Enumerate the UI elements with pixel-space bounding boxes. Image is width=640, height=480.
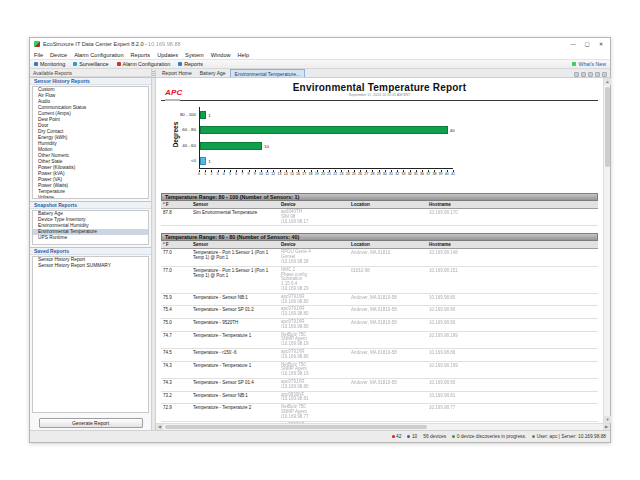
sidebar-item-sensor-history-report-summary[interactable]: Sensor History Report SUMMARY <box>33 263 148 269</box>
device-line: /10.169.98.28 <box>281 260 347 265</box>
menu-item-device[interactable]: Device <box>50 52 67 58</box>
tab-environmental-temperature[interactable]: Environmental Temperature... <box>230 69 306 77</box>
device-line: /10.169.98.77 <box>281 415 347 420</box>
cell-degrees: 74.7 <box>161 332 191 348</box>
maximize-button[interactable]: ▢ <box>580 39 594 49</box>
scroll-down-icon[interactable]: ▼ <box>604 416 611 423</box>
chart-bar-row <box>200 111 206 119</box>
chart-tick-label: 4 <box>223 172 225 176</box>
device-line: /10.169.98.80 <box>281 325 347 330</box>
column-header-hostname[interactable]: Hostname <box>427 201 598 208</box>
reports-sidebar: Available Reports Sensor History Reports… <box>30 69 152 430</box>
status-text: 0 device discoveries in progress. <box>457 434 527 439</box>
tab-battery-age[interactable]: Battery Age <box>196 69 230 77</box>
cell-device: NMC 2Phase configSubstation1.15.6.4/10.1… <box>279 267 349 293</box>
refresh-icon[interactable] <box>574 72 579 77</box>
column-header-f[interactable]: ° F <box>161 201 191 208</box>
cell-sensor: Temperature - Temperature 1 <box>191 332 279 348</box>
cell-location <box>349 362 427 378</box>
settings-icon[interactable] <box>602 72 607 77</box>
section-header-saved-reports[interactable]: Saved Reports <box>30 247 151 255</box>
device-line: /10.169.98.80 <box>281 312 347 317</box>
close-button[interactable]: ✕ <box>594 39 608 49</box>
menu-item-updates[interactable]: Updates <box>157 52 178 58</box>
scroll-right-icon[interactable]: ▶ <box>603 424 610 430</box>
column-header-f[interactable]: ° F <box>161 241 191 248</box>
chart-value-label: 1 <box>208 113 210 118</box>
horizontal-scrollbar[interactable]: ◀ ▶ <box>156 423 610 430</box>
toolbar-item-monitoring[interactable]: Monitoring <box>34 61 65 67</box>
vertical-scrollbar[interactable]: ▲ ▼ <box>603 78 610 423</box>
section-list-snapshot-reports: Battery AgeDevice Type InventoryEnvironm… <box>32 210 149 245</box>
chart-tick-label: 12 <box>271 172 275 176</box>
apc-logo-text: APC <box>165 88 183 97</box>
menu-item-window[interactable]: Window <box>211 52 231 58</box>
section-header-snapshot-reports[interactable]: Snapshot Reports <box>30 201 151 209</box>
menu-item-system[interactable]: System <box>185 52 204 58</box>
chart-tick-label: 2 <box>210 172 212 176</box>
cell-location: Andover, MA 01810-58 <box>349 306 427 318</box>
report-header: APC Environmental Temperature Report Sep… <box>161 80 598 101</box>
section-header-sensor-history-reports[interactable]: Sensor History Reports <box>30 77 151 85</box>
chart-tick-label: 28 <box>370 172 374 176</box>
menu-item-alarm-configuration[interactable]: Alarm Configuration <box>74 52 123 58</box>
menu-item-file[interactable]: File <box>34 52 43 58</box>
toolbar-item-alarm-configuration[interactable]: Alarm Configuration <box>117 61 171 67</box>
status-item: 0 device discoveries in progress. <box>452 434 526 439</box>
whats-new-link[interactable]: What's New <box>572 61 606 67</box>
save-icon[interactable] <box>581 72 586 77</box>
toolbar-item-reports[interactable]: Reports <box>178 61 203 67</box>
vertical-scrollbar-thumb[interactable] <box>605 87 610 167</box>
chart-tick-label: 20 <box>321 172 325 176</box>
cell-location <box>349 209 427 225</box>
column-header-device[interactable]: Device <box>279 201 349 208</box>
ecostruxure-logo-icon <box>34 41 40 47</box>
chart-category-label: 60 - 80 <box>162 127 196 132</box>
export-icon[interactable] <box>588 72 593 77</box>
cell-degrees: 75.4 <box>161 306 191 318</box>
chart-category-label: <0 <box>162 158 196 163</box>
menu-item-help[interactable]: Help <box>238 52 250 58</box>
cell-device: apc9T9JXR/10.169.98.80 <box>279 319 349 331</box>
menu-item-reports[interactable]: Reports <box>131 52 151 58</box>
chart-tick-label: 40 <box>445 172 449 176</box>
column-header-sensor[interactable]: Sensor <box>191 241 279 248</box>
sidebar-item-voltage[interactable]: Voltage <box>33 195 148 199</box>
cell-location: Andover, MA 01810-58 <box>349 319 427 331</box>
scroll-up-icon[interactable]: ▲ <box>604 78 611 85</box>
table-section-title: Temperature Range: 60 - 80 (Number of Se… <box>161 233 598 241</box>
column-header-hostname[interactable]: Hostname <box>427 241 598 248</box>
generate-report-button[interactable]: Generate Report <box>39 418 143 428</box>
chart-tick-label: 7 <box>241 172 243 176</box>
cell-hostname: 10.169.98.80 <box>427 306 598 318</box>
sidebar-item-ups-runtime[interactable]: UPS Runtime <box>33 235 148 241</box>
horizontal-scrollbar-thumb[interactable] <box>165 425 427 429</box>
table-row: 77.0Temperature - Port 1:Sensor 1 (Port … <box>161 249 598 266</box>
status-item: 56 devices <box>423 434 446 439</box>
cell-degrees: 77.0 <box>161 249 191 265</box>
column-header-device[interactable]: Device <box>279 241 349 248</box>
scroll-left-icon[interactable]: ◀ <box>156 424 163 430</box>
chart-bar-row <box>200 142 262 150</box>
cell-sensor: Temperature - Sensor SP 01:2 <box>191 306 279 318</box>
column-header-sensor[interactable]: Sensor <box>191 201 279 208</box>
column-header-location[interactable]: Location <box>349 201 427 208</box>
cell-device: apc9T9JXR/10.169.98.80 <box>279 306 349 318</box>
chart-tick-label: 16 <box>296 172 300 176</box>
chart-tick-label: 31 <box>389 172 393 176</box>
column-header-location[interactable]: Location <box>349 241 427 248</box>
reports-icon <box>178 62 182 66</box>
print-icon[interactable] <box>595 72 600 77</box>
cell-device: apc9T9JXR/10.169.98.80 <box>279 294 349 306</box>
tab-report-home[interactable]: Report Home <box>158 69 196 77</box>
cell-degrees: 75.9 <box>161 294 191 306</box>
chart-tick-label: 25 <box>352 172 356 176</box>
chart-tick-label: 5 <box>229 172 231 176</box>
window-title-server: 10.169.98.88 <box>148 41 181 47</box>
chart-bar-80-100 <box>200 111 206 119</box>
chart-tick-label: 17 <box>302 172 306 176</box>
minimize-button[interactable]: — <box>566 39 580 49</box>
toolbar-item-surveillance[interactable]: Surveillance <box>73 61 108 67</box>
cell-location <box>349 332 427 348</box>
cell-hostname: 10.169.98.80 <box>427 379 598 391</box>
